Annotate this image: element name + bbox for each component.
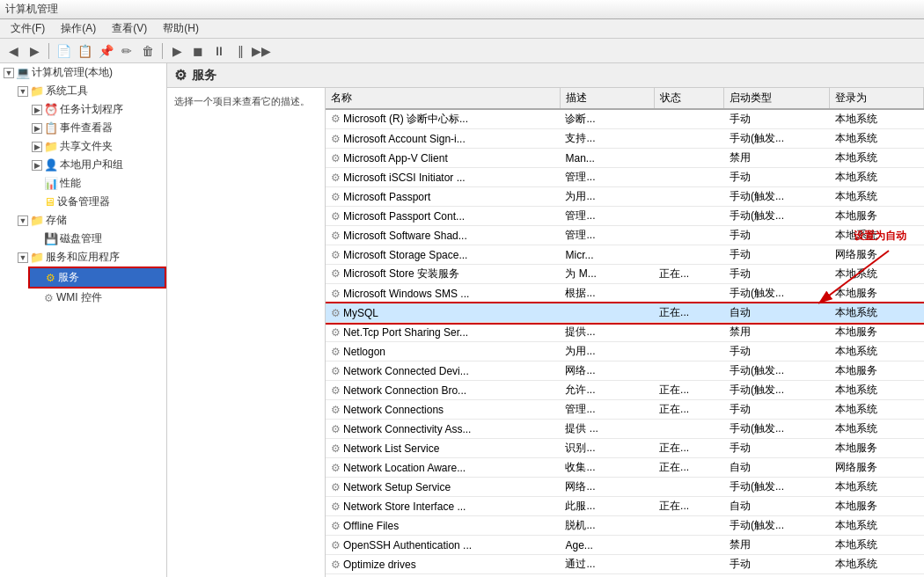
- svc-logon: 本地系统: [830, 149, 924, 168]
- sidebar-item-device-mgr[interactable]: 🖥 设备管理器: [28, 193, 166, 211]
- sidebar-item-services[interactable]: ⚙ 服务: [28, 267, 166, 288]
- table-row[interactable]: ⚙Network Connected Devi...网络...手动(触发...本…: [326, 362, 924, 381]
- table-row[interactable]: ⚙Microsoft Account Sign-i...支持...手动(触发..…: [326, 129, 924, 149]
- svc-gear-icon: ⚙: [331, 423, 341, 435]
- sidebar-item-local-users[interactable]: ▶ 👤 本地用户和组: [28, 156, 166, 174]
- svc-logon: 本地系统: [830, 555, 924, 574]
- svc-name: ⚙Peer Name Resolution Pr...: [326, 574, 560, 578]
- table-row[interactable]: ⚙Network Store Interface ...此服...正在...自动…: [326, 497, 924, 516]
- expand-storage[interactable]: ▼: [18, 215, 28, 226]
- expand-svc-apps[interactable]: ▼: [18, 252, 28, 263]
- btn-back[interactable]: ◀: [4, 41, 23, 61]
- table-row[interactable]: ⚙Netlogon为用...手动本地系统: [326, 342, 924, 362]
- table-row[interactable]: ⚙Optimize drives通过...手动本地系统: [326, 555, 924, 574]
- col-header-desc[interactable]: 描述: [560, 88, 654, 109]
- table-row[interactable]: ⚙Offline Files脱机...手动(触发...本地系统: [326, 516, 924, 536]
- svc-gear-icon: ⚙: [331, 326, 341, 339]
- svc-status: 正在...: [654, 439, 724, 458]
- svc-status: [654, 323, 724, 342]
- svc-name: ⚙Network Connectivity Ass...: [326, 420, 560, 439]
- task-icon: ⏰: [44, 103, 58, 116]
- system-tools-icon: 📁: [30, 84, 44, 98]
- svc-desc: 为用...: [560, 187, 654, 207]
- table-row[interactable]: ⚙Microsoft Passport Cont...管理...手动(触发...…: [326, 207, 924, 226]
- menu-view[interactable]: 查看(V): [105, 19, 154, 38]
- svc-startup: 自动: [724, 458, 830, 478]
- table-row[interactable]: ⚙Network Connections管理...正在...手动本地系统: [326, 400, 924, 420]
- svc-gear-icon: ⚙: [331, 520, 341, 532]
- table-row[interactable]: ⚙Peer Name Resolution Pr...使用...手动本地服务: [326, 574, 924, 578]
- menu-help[interactable]: 帮助(H): [156, 19, 206, 38]
- expand-system[interactable]: ▼: [18, 86, 28, 97]
- sidebar-item-shared-folders[interactable]: ▶ 📁 共享文件夹: [28, 137, 166, 156]
- svc-desc: 收集...: [560, 458, 654, 478]
- svc-name: ⚙Microsoft App-V Client: [326, 149, 560, 168]
- table-row[interactable]: ⚙Microsoft Passport为用...手动(触发...本地系统: [326, 187, 924, 207]
- sidebar-item-storage[interactable]: ▼ 📁 存储: [14, 211, 166, 230]
- btn-up[interactable]: 📄: [54, 41, 73, 61]
- main-layout: ▼ 💻 计算机管理(本地) ▼ 📁 系统工具 ▶ ⏰ 任务计划程序 ▶ 📋 事件…: [0, 63, 924, 577]
- sidebar-item-task-scheduler[interactable]: ▶ ⏰ 任务计划程序: [28, 100, 166, 119]
- svc-startup: 禁用: [724, 536, 830, 555]
- table-row[interactable]: ⚙Microsoft (R) 诊断中心标...诊断...手动本地系统: [326, 109, 924, 129]
- col-header-name[interactable]: 名称: [326, 88, 560, 109]
- svc-desc: 使用...: [560, 574, 654, 578]
- svc-status: 正在...: [654, 497, 724, 516]
- svc-name: ⚙Network Store Interface ...: [326, 497, 560, 516]
- svc-gear-icon: ⚙: [331, 191, 341, 203]
- sidebar-item-disk-mgmt[interactable]: 💾 磁盘管理: [28, 230, 166, 248]
- btn-pause[interactable]: ⏸: [209, 41, 229, 61]
- expand-computer[interactable]: ▼: [4, 68, 14, 78]
- expand-shared[interactable]: ▶: [32, 142, 42, 152]
- sidebar: ▼ 💻 计算机管理(本地) ▼ 📁 系统工具 ▶ ⏰ 任务计划程序 ▶ 📋 事件…: [0, 63, 167, 577]
- table-row[interactable]: ⚙Network Connection Bro...允许...正在...手动(触…: [326, 381, 924, 400]
- table-row[interactable]: ⚙Network Setup Service网络...手动(触发...本地系统: [326, 478, 924, 497]
- table-row[interactable]: ⚙Net.Tcp Port Sharing Ser...提供...禁用本地服务: [326, 323, 924, 342]
- sidebar-item-performance[interactable]: 📊 性能: [28, 174, 166, 193]
- svc-status: [654, 516, 724, 536]
- btn-undo[interactable]: ✏: [117, 41, 136, 61]
- svc-name: ⚙Netlogon: [326, 342, 560, 362]
- svc-name: ⚙Microsoft (R) 诊断中心标...: [326, 109, 560, 129]
- menu-action[interactable]: 操作(A): [54, 19, 103, 38]
- btn-paste[interactable]: 📌: [96, 41, 115, 61]
- svc-startup: 手动: [724, 439, 830, 458]
- btn-copy[interactable]: 📋: [75, 41, 94, 61]
- svc-startup: 手动(触发...: [724, 381, 830, 400]
- btn-play[interactable]: ▶: [167, 41, 187, 61]
- sidebar-item-system-tools[interactable]: ▼ 📁 系统工具: [14, 82, 166, 100]
- table-row[interactable]: ⚙OpenSSH Authentication ...Age...禁用本地系统: [326, 536, 924, 555]
- svc-desc: 管理...: [560, 168, 654, 187]
- svc-desc: 脱机...: [560, 516, 654, 536]
- col-header-logon[interactable]: 登录为: [830, 88, 924, 109]
- table-row[interactable]: ⚙Network List Service识别...正在...手动本地服务: [326, 439, 924, 458]
- btn-pause2[interactable]: ‖: [231, 41, 250, 61]
- svc-desc: Age...: [560, 536, 654, 555]
- wmi-icon: ⚙: [44, 292, 54, 304]
- table-row[interactable]: ⚙Network Location Aware...收集...正在...自动网络…: [326, 458, 924, 478]
- sidebar-item-services-apps[interactable]: ▼ 📁 服务和应用程序: [14, 248, 166, 267]
- btn-skip[interactable]: ▶▶: [252, 41, 271, 61]
- svc-desc: 支持...: [560, 129, 654, 149]
- sep1: [48, 43, 49, 59]
- expand-task[interactable]: ▶: [32, 105, 42, 115]
- btn-delete[interactable]: 🗑: [138, 41, 158, 61]
- btn-stop[interactable]: ◼: [188, 41, 208, 61]
- col-header-startup[interactable]: 启动类型: [724, 88, 830, 109]
- sidebar-item-event-viewer[interactable]: ▶ 📋 事件查看器: [28, 119, 166, 137]
- sidebar-item-computer-mgmt[interactable]: ▼ 💻 计算机管理(本地): [0, 63, 166, 82]
- svc-startup: 手动(触发...: [724, 478, 830, 497]
- services-table-area[interactable]: 设置为自动 名称 描述 状态: [326, 88, 924, 577]
- col-header-status[interactable]: 状态: [654, 88, 724, 109]
- table-row[interactable]: ⚙Network Connectivity Ass...提供 ...手动(触发.…: [326, 420, 924, 439]
- svc-desc: [560, 303, 654, 323]
- expand-users[interactable]: ▶: [32, 160, 42, 171]
- table-row[interactable]: ⚙Microsoft App-V ClientMan...禁用本地系统: [326, 149, 924, 168]
- svc-startup: 手动(触发...: [724, 207, 830, 226]
- expand-event[interactable]: ▶: [32, 123, 42, 134]
- table-row[interactable]: ⚙Microsoft iSCSI Initiator ...管理...手动本地系…: [326, 168, 924, 187]
- btn-forward[interactable]: ▶: [25, 41, 44, 61]
- title-bar: 计算机管理: [0, 0, 924, 19]
- menu-file[interactable]: 文件(F): [4, 19, 52, 38]
- sidebar-item-wmi-ctrl[interactable]: ⚙ WMI 控件: [28, 288, 166, 307]
